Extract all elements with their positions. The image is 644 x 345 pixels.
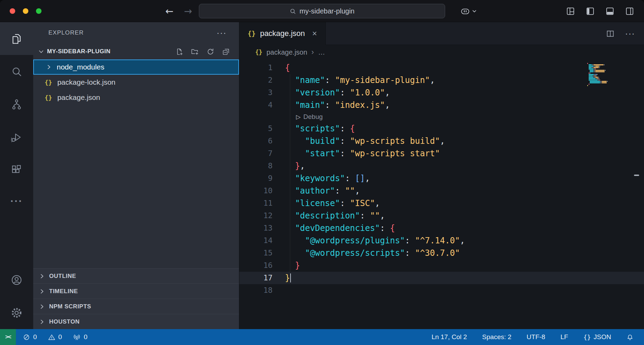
breadcrumb-file[interactable]: package.json [266, 48, 307, 56]
cursor-position[interactable]: Ln 17, Col 2 [432, 333, 467, 341]
line-number: 18 [239, 284, 273, 297]
activity-settings[interactable] [0, 296, 33, 329]
back-button[interactable]: ← [165, 0, 173, 22]
chevron-down-icon [38, 48, 44, 55]
command-center-search[interactable]: my-sidebar-plugin [199, 4, 445, 18]
new-folder-button[interactable] [191, 48, 199, 56]
code-line-7[interactable]: 7 "start": "wp-scripts start" [239, 147, 644, 160]
line-text: }, [285, 160, 305, 172]
refresh-explorer-button[interactable] [206, 48, 214, 56]
tree-item-package.json[interactable]: {}package.json [33, 90, 239, 105]
code-line-18[interactable]: 18 [239, 284, 644, 297]
zoom-window-button[interactable] [36, 8, 42, 14]
line-number: 13 [239, 222, 273, 234]
split-editor-button[interactable] [606, 29, 615, 38]
minimap-line [587, 66, 615, 67]
code-line-6[interactable]: 6 "build": "wp-scripts build", [239, 135, 644, 147]
code-line-10[interactable]: 10 "author": "", [239, 185, 644, 197]
code-line-4[interactable]: 4 "main": "index.js", [239, 99, 644, 111]
chevron-down-icon [472, 9, 477, 14]
code-line-16[interactable]: 16 } [239, 259, 644, 272]
code-line-5[interactable]: 5 "scripts": { [239, 122, 644, 135]
collapse-folders-button[interactable] [222, 48, 230, 56]
section-outline[interactable]: OUTLINE [33, 268, 239, 283]
error-circle-slash-icon [23, 334, 30, 341]
line-number: 16 [239, 259, 273, 272]
minimap-line [587, 74, 615, 75]
minimap-line [587, 64, 615, 65]
line-text: } [285, 259, 300, 272]
code-area[interactable]: 1{2 "name": "my-sidebar-plugin",3 "versi… [239, 59, 644, 329]
section-npm-scripts[interactable]: NPM SCRIPTS [33, 299, 239, 314]
activity-search[interactable] [0, 55, 33, 88]
breadcrumb[interactable]: {} package.json › … [239, 45, 644, 59]
project-section-header[interactable]: MY-SIDEBAR-PLUGIN [33, 44, 239, 59]
code-line-14[interactable]: 14 "@wordpress/plugins": "^7.14.0", [239, 234, 644, 247]
language-mode[interactable]: {} JSON [583, 333, 611, 341]
line-text: } [285, 272, 291, 284]
minimap-line [587, 80, 615, 81]
toggle-panel-icon[interactable] [605, 7, 615, 16]
code-line-3[interactable]: 3 "version": "1.0.0", [239, 86, 644, 99]
chevron-right-icon [39, 288, 45, 295]
activity-more[interactable]: ··· [0, 186, 33, 219]
close-window-button[interactable] [10, 8, 15, 14]
section-label: HOUSTON [49, 318, 80, 325]
minimap[interactable] [587, 63, 615, 88]
section-houston[interactable]: HOUSTON [33, 314, 239, 329]
customize-layout-icon[interactable] [566, 7, 575, 16]
forward-button[interactable]: → [184, 0, 192, 22]
activity-run-debug[interactable] [0, 121, 33, 153]
breadcrumb-more[interactable]: … [318, 48, 325, 56]
activity-explorer[interactable] [0, 22, 33, 55]
json-file-icon: {} [45, 94, 52, 101]
line-text: "version": "1.0.0", [285, 86, 390, 99]
new-file-button[interactable] [175, 48, 183, 56]
status-bar: >< 0 0 0 Ln 17, Col 2 Spaces: 2 UTF-8 LF… [0, 329, 644, 345]
toggle-secondary-sidebar-icon[interactable] [625, 7, 634, 16]
activity-accounts[interactable] [0, 263, 33, 296]
code-line-15[interactable]: 15 "@wordpress/scripts": "^30.7.0" [239, 247, 644, 259]
minimap-line [587, 71, 615, 72]
line-text: "keywords": [], [285, 172, 370, 185]
encoding-setting[interactable]: UTF-8 [527, 333, 545, 341]
notifications-bell-button[interactable] [626, 334, 634, 341]
scrollbar-thumb[interactable] [634, 175, 639, 176]
eol-setting[interactable]: LF [560, 333, 568, 341]
chevron-right-icon [39, 273, 45, 279]
code-line-8[interactable]: 8 }, [239, 160, 644, 172]
line-number: 3 [239, 86, 273, 99]
tab-package-json[interactable]: {} package.json × [239, 22, 326, 45]
line-number: 10 [239, 185, 273, 197]
code-line-1[interactable]: 1{ [239, 62, 644, 74]
activity-extensions[interactable] [0, 153, 33, 186]
json-file-icon: {} [45, 79, 52, 86]
section-timeline[interactable]: TIMELINE [33, 283, 239, 299]
files-icon [10, 32, 23, 45]
tree-item-package-lock.json[interactable]: {}package-lock.json [33, 75, 239, 90]
close-tab-button[interactable]: × [312, 29, 317, 38]
copilot-menu-button[interactable] [460, 0, 477, 22]
minimap-line [587, 77, 615, 78]
status-bar-right: Ln 17, Col 2 Spaces: 2 UTF-8 LF {} JSON [432, 333, 644, 341]
line-number: 1 [239, 62, 273, 74]
code-line-13[interactable]: 13 "devDependencies": { [239, 222, 644, 234]
code-line-17[interactable]: 17} [239, 272, 644, 284]
tree-item-node_modules[interactable]: node_modules [33, 59, 239, 75]
minimap-line [587, 67, 615, 68]
chevron-right-icon [46, 64, 52, 70]
line-text: "scripts": { [285, 122, 355, 135]
indentation-setting[interactable]: Spaces: 2 [482, 333, 512, 341]
remote-indicator[interactable]: >< [0, 329, 16, 345]
toggle-primary-sidebar-icon[interactable] [586, 7, 595, 16]
code-line-12[interactable]: 12 "description": "", [239, 209, 644, 222]
line-number: 9 [239, 172, 273, 185]
code-line-2[interactable]: 2 "name": "my-sidebar-plugin", [239, 74, 644, 86]
copilot-icon [460, 7, 470, 16]
codelens-debug[interactable]: ▷Debug [239, 111, 644, 122]
activity-source-control[interactable] [0, 88, 33, 121]
code-line-9[interactable]: 9 "keywords": [], [239, 172, 644, 185]
code-line-11[interactable]: 11 "license": "ISC", [239, 197, 644, 209]
problems-status[interactable]: 0 0 0 [23, 333, 88, 341]
minimize-window-button[interactable] [23, 8, 28, 14]
